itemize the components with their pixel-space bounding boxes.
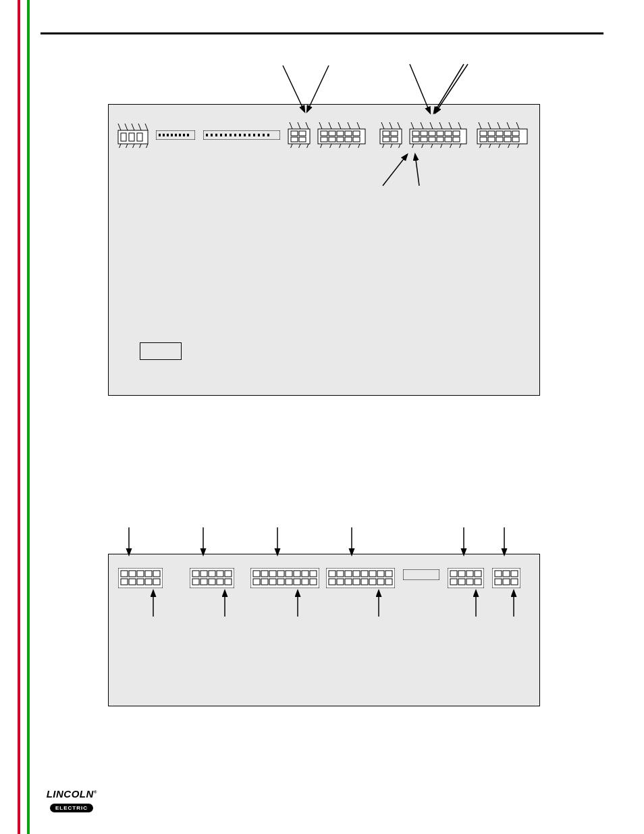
schematic-inset-icon [140, 342, 182, 360]
brand-subname: ELECTRIC [50, 804, 93, 812]
svg-rect-26 [230, 134, 232, 136]
connector-icon [475, 120, 530, 148]
svg-rect-29 [244, 134, 246, 136]
callout-arrow-icon [425, 63, 472, 115]
svg-rect-16 [175, 134, 177, 136]
connector-icon [203, 130, 280, 140]
connector-blank-icon [403, 569, 439, 580]
svg-line-5 [383, 155, 407, 186]
svg-rect-18 [183, 134, 185, 136]
svg-line-1 [307, 66, 329, 111]
svg-rect-25 [225, 134, 227, 136]
page-edge-green [27, 0, 30, 834]
connector-icon [250, 568, 319, 588]
svg-rect-28 [239, 134, 241, 136]
svg-rect-33 [263, 134, 265, 136]
svg-rect-22 [211, 134, 213, 136]
connector-icon [114, 120, 152, 148]
pcb-diagram-bottom [108, 554, 540, 706]
page-edge-red [18, 0, 20, 834]
svg-rect-23 [215, 134, 217, 136]
svg-rect-136 [403, 569, 439, 580]
svg-rect-119 [326, 568, 395, 588]
svg-line-6 [415, 155, 419, 186]
svg-rect-24 [220, 134, 222, 136]
connector-icon [190, 568, 234, 588]
connector-icon [118, 568, 163, 588]
svg-rect-27 [234, 134, 236, 136]
callout-arrow-icon [376, 152, 450, 190]
connector-icon [286, 120, 313, 148]
svg-rect-13 [163, 134, 165, 136]
svg-rect-19 [187, 134, 189, 136]
pcb-diagram-top [108, 104, 540, 396]
registered-icon: ® [94, 790, 97, 794]
connector-icon [315, 120, 368, 148]
svg-rect-12 [159, 134, 161, 136]
brand-logo: LINCOLN® ELECTRIC [43, 788, 100, 815]
svg-rect-7 [118, 130, 148, 144]
connector-icon [448, 568, 484, 588]
svg-rect-30 [248, 134, 250, 136]
svg-line-4 [435, 64, 468, 113]
connector-icon [492, 568, 520, 588]
svg-rect-17 [179, 134, 181, 136]
connector-icon [326, 568, 395, 588]
svg-rect-32 [258, 134, 260, 136]
page-body [41, 0, 603, 834]
connector-icon [377, 120, 404, 148]
svg-rect-21 [206, 134, 208, 136]
callout-arrow-icon [279, 63, 333, 114]
connector-icon [407, 120, 469, 148]
svg-rect-15 [171, 134, 173, 136]
connector-icon [156, 130, 195, 140]
svg-rect-31 [253, 134, 255, 136]
svg-rect-14 [167, 134, 169, 136]
svg-line-0 [283, 66, 304, 111]
callout-arrow-row-icon [109, 588, 541, 619]
svg-rect-102 [250, 568, 319, 588]
callout-arrow-row-icon [109, 526, 541, 557]
svg-rect-34 [267, 134, 269, 136]
brand-name: LINCOLN [47, 788, 94, 800]
section-rule [41, 32, 603, 34]
